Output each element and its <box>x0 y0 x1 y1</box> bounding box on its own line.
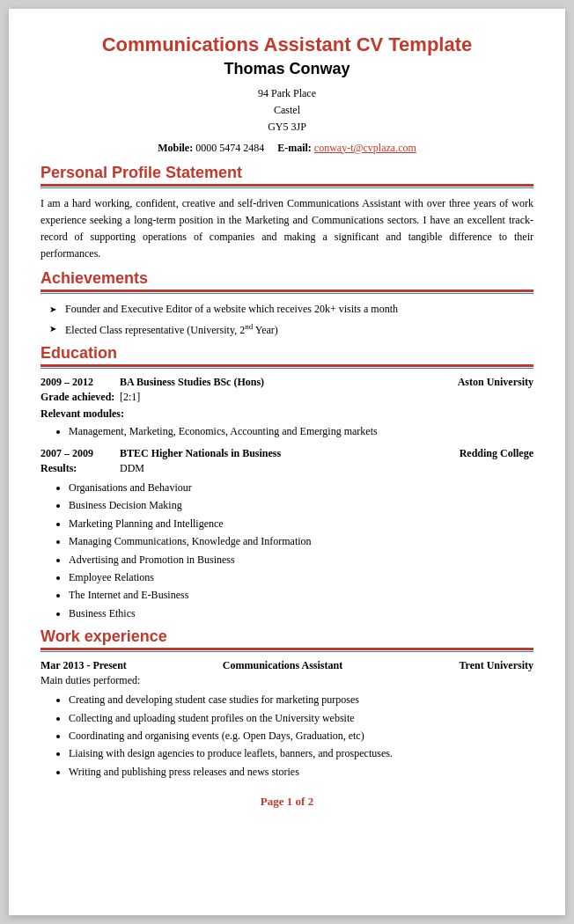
work-experience-section: Work experience Mar 2013 - Present Commu… <box>40 627 534 781</box>
personal-profile-title: Personal Profile Statement <box>40 164 534 182</box>
work-duty-1: Collecting and uploading student profile… <box>69 709 534 727</box>
cv-page: Communications Assistant CV Template Tho… <box>9 9 565 915</box>
edu-results-value-2: DDM <box>120 462 144 475</box>
btec-item-4: Advertising and Promotion in Business <box>69 551 534 568</box>
work-duties-label: Main duties performed: <box>40 674 534 687</box>
work-title-1: Communications Assistant <box>155 659 410 672</box>
work-duties-list: Creating and developing student case stu… <box>69 691 534 781</box>
modules-list-1: Management, Marketing, Economics, Accoun… <box>69 422 534 440</box>
edu-grade-value-1: [2:1] <box>120 391 140 404</box>
btec-item-7: Business Ethics <box>69 605 534 622</box>
btec-item-6: The Internet and E-Business <box>69 586 534 604</box>
cv-header: Communications Assistant CV Template Tho… <box>40 33 534 155</box>
work-duty-4: Writing and publishing press releases an… <box>69 763 534 781</box>
achievements-section: Achievements Founder and Executive Edito… <box>40 269 534 338</box>
btec-item-2: Marketing Planning and Intelligence <box>69 515 534 532</box>
cv-title: Communications Assistant CV Template <box>40 33 534 56</box>
divider-blue-profile <box>40 187 534 188</box>
work-company-1: Trent University <box>410 659 534 672</box>
mobile-label: Mobile: <box>158 142 193 154</box>
achievement-list: Founder and Executive Editor of a websit… <box>49 301 534 338</box>
cv-name: Thomas Conway <box>40 60 534 78</box>
edu-institution-1: Aston University <box>401 376 534 389</box>
education-section: Education 2009 – 2012 BA Business Studie… <box>40 344 534 623</box>
btec-item-3: Managing Communications, Knowledge and I… <box>69 532 534 550</box>
education-title: Education <box>40 344 534 363</box>
module-item-1: Management, Marketing, Economics, Accoun… <box>69 422 534 440</box>
edu-degree-1: BA Business Studies BSc (Hons) <box>120 376 401 389</box>
mobile-value: 0000 5474 2484 <box>195 142 264 154</box>
achievement-item-2: Elected Class representative (University… <box>49 320 534 339</box>
btec-modules-list: Organisations and Behaviour Business Dec… <box>69 479 534 622</box>
work-entry-1: Mar 2013 - Present Communications Assist… <box>40 659 534 781</box>
btec-item-5: Employee Relations <box>69 568 534 586</box>
modules-label-1: Relevant modules: <box>40 407 534 421</box>
work-duty-2: Coordinating and organising events (e.g.… <box>69 727 534 744</box>
cv-contact: Mobile: 0000 5474 2484 E-mail: conway-t@… <box>40 142 534 155</box>
personal-profile-section: Personal Profile Statement I am a hard w… <box>40 164 534 263</box>
page-footer: Page 1 of 2 <box>40 795 534 809</box>
email-label: E-mail: <box>277 142 312 154</box>
email-link[interactable]: conway-t@cvplaza.com <box>314 142 416 154</box>
education-entry-2: 2007 – 2009 BTEC Higher Nationals in Bus… <box>40 447 534 622</box>
edu-institution-2: Redding College <box>401 447 534 460</box>
divider-red-education <box>40 364 534 367</box>
achievements-title: Achievements <box>40 269 534 288</box>
divider-blue-education <box>40 368 534 369</box>
work-duty-0: Creating and developing student case stu… <box>69 691 534 708</box>
work-experience-title: Work experience <box>40 627 534 646</box>
edu-years-2: 2007 – 2009 <box>40 447 120 460</box>
edu-results-label-2: Results: <box>40 462 120 475</box>
edu-degree-2: BTEC Higher Nationals in Business <box>120 447 401 460</box>
btec-item-0: Organisations and Behaviour <box>69 479 534 496</box>
edu-years-1: 2009 – 2012 <box>40 376 120 389</box>
divider-red-achievements <box>40 290 534 292</box>
divider-blue-work <box>40 651 534 652</box>
cv-address: 94 Park Place Castel GY5 3JP <box>40 85 534 136</box>
achievement-item-1: Founder and Executive Editor of a websit… <box>49 301 534 318</box>
edu-grade-label-1: Grade achieved: <box>40 391 120 404</box>
education-entry-1: 2009 – 2012 BA Business Studies BSc (Hon… <box>40 376 534 440</box>
btec-item-1: Business Decision Making <box>69 496 534 514</box>
divider-red-work <box>40 648 534 650</box>
divider-red-profile <box>40 184 534 187</box>
divider-blue-achievements <box>40 293 534 294</box>
work-dates-1: Mar 2013 - Present <box>40 659 155 672</box>
work-duty-3: Liaising with design agencies to produce… <box>69 744 534 762</box>
profile-text: I am a hard working, confident, creative… <box>40 195 534 263</box>
